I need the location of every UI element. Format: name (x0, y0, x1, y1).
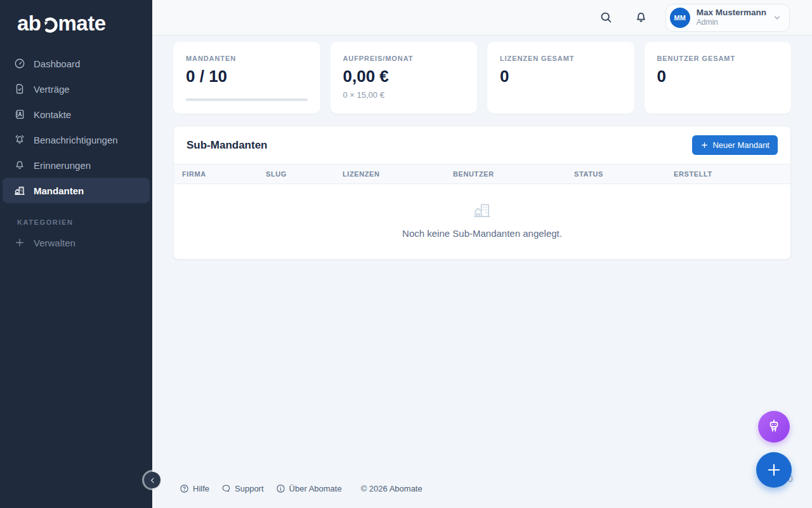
stat-card-aufpreis: Aufpreis/Monat 0,00 € 0 × 15,00 € (331, 42, 478, 114)
column-header-erstellt: Erstellt (665, 164, 790, 184)
bell-ring-icon (14, 134, 25, 145)
user-role: Admin (697, 18, 766, 27)
search-button[interactable] (596, 7, 617, 28)
add-fab[interactable] (756, 452, 792, 488)
panel-title: Sub-Mandanten (187, 139, 268, 152)
stat-card-lizenzen: Lizenzen gesamt 0 (487, 42, 634, 114)
sidebar-collapse-button[interactable] (144, 472, 160, 488)
sidebar-item-benachrichtigungen[interactable]: Benachrichtigungen (3, 127, 150, 152)
sidebar-item-label: Benachrichtigungen (34, 135, 118, 145)
logo-text-suffix: mate (58, 11, 106, 36)
document-check-icon (14, 83, 25, 95)
footer: Hilfe Support Über Abomate © 2026 Abomat… (152, 479, 812, 508)
avatar-initials: MM (674, 14, 686, 22)
stats-grid: Mandanten 0 / 10 Aufpreis/Monat 0,00 € 0… (173, 42, 791, 114)
topbar: MM Max Mustermann Admin (152, 0, 812, 36)
info-circle-icon (276, 484, 285, 493)
new-mandant-button[interactable]: Neuer Mandant (692, 135, 778, 155)
user-name: Max Mustermann (697, 8, 766, 18)
building-icon (14, 185, 25, 196)
table-header-row: Firma Slug Lizenzen Benutzer Status Erst… (174, 164, 790, 184)
empty-state: Noch keine Sub-Mandanten angelegt. (174, 184, 790, 259)
sidebar-item-vertraege[interactable]: Verträge (3, 76, 150, 102)
sidebar-item-dashboard[interactable]: Dashboard (3, 51, 150, 76)
main-area: MM Max Mustermann Admin Mandanten 0 / 10… (152, 0, 812, 508)
new-mandant-button-label: Neuer Mandant (712, 140, 769, 150)
user-text: Max Mustermann Admin (697, 8, 766, 28)
sidebar-section-kategorien: KATEGORIEN (0, 203, 152, 230)
sidebar-item-label: Mandanten (34, 185, 84, 196)
copyright-text: © 2026 Abomate (361, 484, 422, 493)
sidebar: ab mate Dashboard Verträge (0, 0, 152, 508)
column-header-status: Status (566, 164, 665, 184)
bell-icon (634, 11, 648, 24)
refresh-circle-icon (42, 17, 58, 33)
address-book-icon (14, 109, 25, 120)
sidebar-item-label: Verträge (34, 84, 70, 95)
bell-icon (14, 159, 25, 171)
notifications-button[interactable] (631, 7, 652, 28)
footer-link-label: Hilfe (193, 484, 209, 493)
sidebar-item-erinnerungen[interactable]: Erinnerungen (3, 152, 150, 178)
stat-label: Lizenzen gesamt (500, 55, 622, 62)
sub-mandanten-panel: Sub-Mandanten Neuer Mandant Firma Slug L… (173, 126, 791, 260)
gauge-icon (14, 58, 25, 69)
footer-link-hilfe[interactable]: Hilfe (180, 484, 209, 493)
stat-value: 0 (657, 67, 779, 86)
sidebar-item-mandanten[interactable]: Mandanten (3, 178, 150, 203)
sidebar-item-label: Kontakte (34, 109, 71, 120)
plus-icon (700, 141, 709, 149)
user-menu[interactable]: MM Max Mustermann Admin (665, 4, 790, 32)
sidebar-item-label: Erinnerungen (34, 160, 91, 171)
logo-text-prefix: ab (17, 11, 41, 36)
plus-icon (766, 462, 782, 478)
page-content: Mandanten 0 / 10 Aufpreis/Monat 0,00 € 0… (152, 36, 812, 479)
stat-label: Benutzer gesamt (657, 55, 779, 62)
sidebar-item-verwalten[interactable]: Verwalten (3, 230, 150, 255)
building-icon (473, 201, 492, 220)
sidebar-item-label: Verwalten (34, 237, 75, 248)
stat-label: Aufpreis/Monat (343, 55, 465, 62)
column-header-slug: Slug (258, 164, 334, 184)
footer-link-label: Support (235, 484, 264, 493)
robot-icon (766, 418, 782, 435)
assistant-fab[interactable] (758, 411, 790, 443)
footer-link-support[interactable]: Support (221, 484, 264, 493)
sidebar-nav: Dashboard Verträge Kontakte (0, 44, 152, 255)
sidebar-item-kontakte[interactable]: Kontakte (3, 102, 150, 127)
column-header-lizenzen: Lizenzen (334, 164, 445, 184)
chevron-left-icon (149, 477, 156, 484)
stat-value: 0 / 10 (186, 67, 308, 86)
mandanten-progress (186, 98, 308, 101)
chevron-down-icon (773, 13, 782, 22)
stat-value: 0,00 € (343, 67, 465, 86)
column-header-benutzer: Benutzer (445, 164, 566, 184)
search-icon (599, 11, 613, 24)
stat-card-mandanten: Mandanten 0 / 10 (173, 42, 320, 114)
plus-icon (14, 237, 25, 248)
chat-bubble-icon (221, 484, 231, 493)
sidebar-item-label: Dashboard (34, 58, 80, 69)
empty-state-text: Noch keine Sub-Mandanten angelegt. (174, 228, 790, 239)
stat-card-benutzer: Benutzer gesamt 0 (645, 42, 792, 114)
help-circle-icon (180, 484, 189, 493)
avatar: MM (670, 8, 690, 28)
stat-value: 0 (500, 67, 622, 86)
panel-header: Sub-Mandanten Neuer Mandant (174, 126, 790, 164)
stat-subtext: 0 × 15,00 € (343, 90, 465, 100)
footer-link-ueber-abomate[interactable]: Über Abomate (276, 484, 342, 493)
footer-link-label: Über Abomate (289, 484, 342, 493)
brand-logo[interactable]: ab mate (0, 0, 152, 44)
stat-label: Mandanten (186, 55, 308, 62)
column-header-firma: Firma (174, 164, 258, 184)
